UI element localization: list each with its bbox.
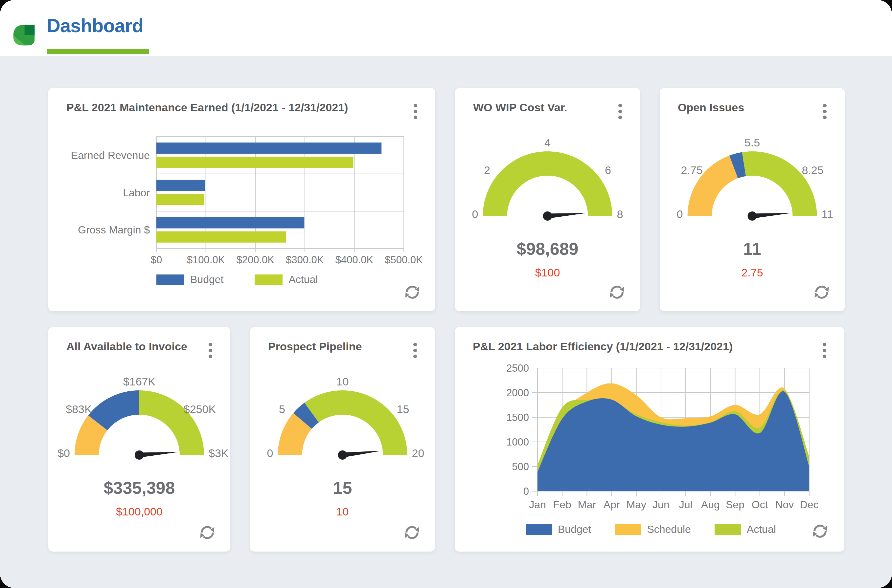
svg-text:5: 5	[279, 403, 285, 415]
refresh-icon[interactable]	[403, 524, 421, 542]
gauge-value: $335,398	[48, 476, 230, 500]
svg-text:Nov: Nov	[775, 499, 794, 510]
card-menu-icon[interactable]	[616, 102, 624, 121]
svg-text:$400.0K: $400.0K	[335, 254, 373, 265]
svg-text:$83K: $83K	[66, 403, 92, 415]
app-logo-leaf-icon	[12, 21, 36, 49]
bar-chart-maintenance-earned: $0$100.0K$200.0K$300.0K$400.0K$500.0KEar…	[48, 128, 435, 265]
legend-item-actual: Actual	[715, 524, 776, 536]
legend-label: Budget	[190, 273, 223, 286]
svg-text:Labor: Labor	[123, 187, 150, 199]
svg-text:$167K: $167K	[123, 376, 156, 388]
legend-item-schedule: Schedule	[615, 524, 690, 536]
svg-text:Mar: Mar	[578, 499, 596, 510]
svg-text:0: 0	[267, 447, 273, 459]
svg-text:$250K: $250K	[184, 403, 216, 415]
svg-text:Oct: Oct	[752, 499, 768, 510]
card-title: WO WIP Cost Var.	[473, 101, 567, 114]
svg-text:May: May	[627, 499, 646, 510]
svg-text:Jul: Jul	[679, 499, 693, 510]
card-menu-icon[interactable]	[206, 341, 215, 360]
card-wo-wip-cost-var: WO WIP Cost Var. 02468 $98,689 $100	[455, 88, 640, 311]
card-prospect-pipeline: Prospect Pipeline 05101520 15 10	[250, 327, 435, 552]
card-title: Open Issues	[678, 101, 744, 114]
card-open-issues: Open Issues 02.755.58.2511 11 2.75	[660, 88, 845, 311]
legend-label: Schedule	[647, 524, 690, 536]
title-underline	[47, 49, 149, 54]
chart-legend: Budget Schedule Actual	[526, 524, 776, 536]
svg-text:500: 500	[512, 461, 529, 472]
svg-text:Jan: Jan	[529, 499, 546, 510]
card-title: P&L 2021 Maintenance Earned (1/1/2021 - …	[66, 101, 348, 114]
svg-text:20: 20	[412, 447, 424, 459]
app-header: Dashboard	[0, 0, 892, 56]
gauge-all-available-to-invoice: $0$83K$167K$250K$3K	[48, 376, 230, 475]
card-title: Prospect Pipeline	[268, 340, 362, 353]
legend-item-budget: Budget	[156, 273, 223, 286]
svg-text:8: 8	[617, 208, 623, 220]
legend-swatch-actual	[715, 524, 741, 535]
refresh-icon[interactable]	[608, 283, 626, 302]
gauge-target-value: 10	[250, 504, 435, 519]
svg-text:$100.0K: $100.0K	[187, 254, 225, 265]
refresh-icon[interactable]	[812, 283, 831, 302]
refresh-icon[interactable]	[198, 524, 217, 542]
svg-text:8.25: 8.25	[802, 164, 823, 176]
svg-text:$3K: $3K	[209, 447, 229, 459]
svg-text:2: 2	[484, 164, 490, 176]
svg-text:10: 10	[337, 376, 349, 388]
refresh-icon[interactable]	[403, 283, 421, 302]
gauge-value: 15	[250, 476, 435, 500]
card-all-available-to-invoice: All Available to Invoice $0$83K$167K$250…	[48, 327, 230, 552]
svg-text:Aug: Aug	[701, 499, 720, 510]
gauge-value: 11	[660, 237, 845, 260]
svg-text:$0: $0	[151, 254, 162, 265]
svg-text:5.5: 5.5	[745, 137, 760, 149]
area-chart-labor-efficiency: 05001000150020002500JanFebMarAprMayJunJu…	[455, 363, 844, 518]
svg-text:$300.0K: $300.0K	[286, 254, 324, 265]
svg-text:4: 4	[545, 137, 551, 149]
legend-label: Actual	[289, 273, 318, 286]
card-title: P&L 2021 Labor Efficiency (1/1/2021 - 12…	[473, 340, 733, 353]
svg-text:0: 0	[523, 486, 529, 497]
card-title: All Available to Invoice	[66, 340, 187, 353]
gauge-target-value: 2.75	[660, 265, 845, 280]
refresh-icon[interactable]	[811, 522, 829, 540]
legend-label: Actual	[747, 524, 776, 536]
card-menu-icon[interactable]	[820, 341, 829, 360]
gauge-value: $98,689	[455, 237, 640, 260]
svg-text:15: 15	[397, 403, 409, 415]
svg-text:1000: 1000	[506, 436, 529, 448]
svg-text:11: 11	[822, 208, 833, 220]
legend-swatch-budget	[526, 524, 552, 535]
dashboard-app: Dashboard P&L 2021 Maintenance Earned (1…	[0, 0, 892, 588]
gauge-prospect-pipeline: 05101520	[250, 376, 435, 475]
svg-text:Apr: Apr	[603, 499, 620, 510]
chart-legend: Budget Actual	[156, 273, 318, 286]
gauge-open-issues: 02.755.58.2511	[660, 137, 845, 236]
card-menu-icon[interactable]	[411, 102, 420, 121]
legend-swatch-schedule	[615, 524, 641, 535]
card-menu-icon[interactable]	[820, 102, 829, 121]
svg-text:Dec: Dec	[800, 499, 819, 510]
legend-item-budget: Budget	[526, 524, 591, 536]
svg-text:$0: $0	[57, 447, 70, 459]
card-labor-efficiency: P&L 2021 Labor Efficiency (1/1/2021 - 12…	[455, 327, 844, 552]
dashboard-grid: P&L 2021 Maintenance Earned (1/1/2021 - …	[0, 56, 892, 552]
gauge-target-value: $100,000	[48, 504, 230, 519]
legend-swatch-actual	[255, 274, 283, 285]
svg-text:Feb: Feb	[553, 499, 572, 510]
gauge-target-value: $100	[455, 265, 640, 280]
svg-text:2.75: 2.75	[681, 164, 702, 176]
svg-text:2500: 2500	[506, 363, 529, 374]
legend-label: Budget	[558, 524, 591, 536]
card-menu-icon[interactable]	[411, 341, 419, 360]
legend-item-actual: Actual	[255, 273, 318, 286]
svg-text:$500.0K: $500.0K	[385, 254, 423, 265]
svg-text:$200.0K: $200.0K	[236, 254, 274, 265]
svg-text:0: 0	[472, 208, 478, 220]
page-title: Dashboard	[47, 15, 143, 36]
svg-text:Sep: Sep	[726, 499, 745, 510]
svg-text:Earned Revenue: Earned Revenue	[71, 149, 150, 161]
gauge-wo-wip-cost-var: 02468	[455, 137, 640, 236]
